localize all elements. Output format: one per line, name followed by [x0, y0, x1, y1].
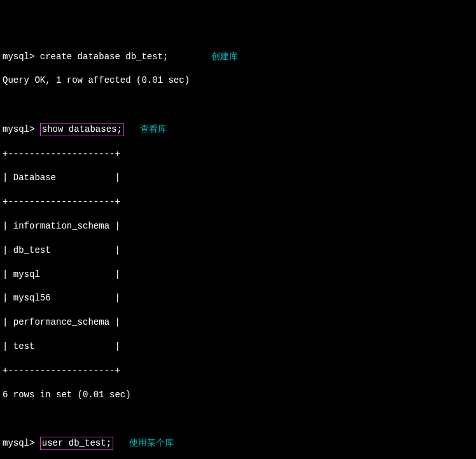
db-border: +--------------------+: [3, 148, 473, 160]
prompt: mysql>: [3, 124, 40, 134]
db-count: 6 rows in set (0.01 sec): [3, 389, 473, 401]
prompt: mysql>: [3, 438, 40, 448]
line-create-db: mysql> create database db_test; 创建库: [3, 51, 473, 63]
cmd-create-db: create database db_test;: [40, 52, 169, 62]
prompt: mysql>: [3, 52, 40, 62]
db-border: +--------------------+: [3, 196, 473, 208]
db-row: | performance_schema |: [3, 316, 473, 328]
cmd-show-db: show databases;: [40, 123, 124, 136]
anno-create-db: 创建库: [211, 52, 238, 62]
db-row: | mysql |: [3, 269, 473, 281]
db-header: | Database |: [3, 172, 473, 184]
line-show-db: mysql> show databases; 查看库: [3, 123, 473, 136]
db-border: +--------------------+: [3, 365, 473, 377]
db-row: | information_schema |: [3, 220, 473, 232]
anno-show-db: 查看库: [140, 124, 167, 134]
blank: [3, 99, 473, 111]
db-row: | mysql56 |: [3, 292, 473, 304]
result-create-db: Query OK, 1 row affected (0.01 sec): [3, 74, 473, 87]
blank: [3, 413, 473, 425]
db-row: | test |: [3, 341, 473, 353]
line-user-db: mysql> user db_test; 使用某个库: [3, 437, 473, 450]
db-row: | db_test |: [3, 244, 473, 257]
cmd-user-db: user db_test;: [40, 437, 113, 450]
anno-user-db: 使用某个库: [129, 438, 174, 448]
